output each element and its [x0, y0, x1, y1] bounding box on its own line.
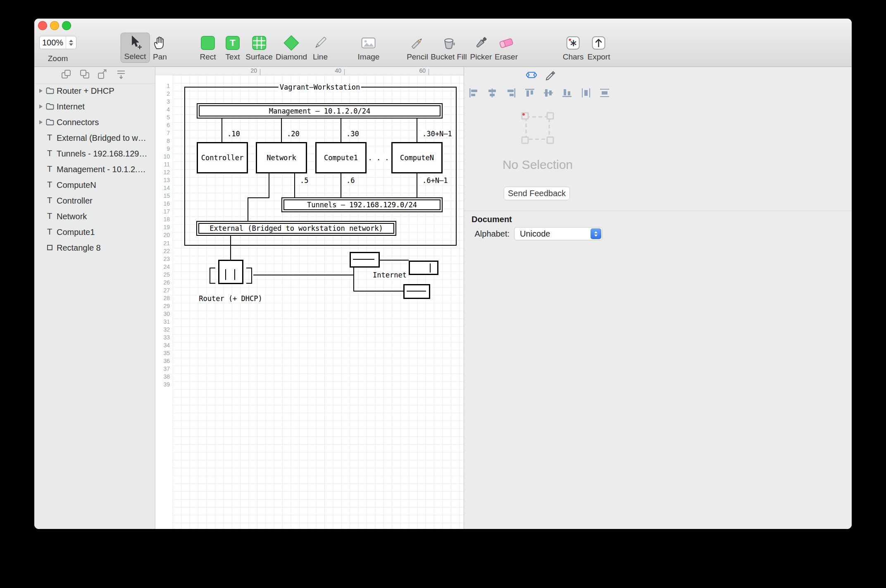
connector-line[interactable]	[248, 197, 269, 198]
alphabet-popup[interactable]: Unicode	[514, 227, 603, 240]
layer-row-rectangle8[interactable]: Rectangle 8	[34, 240, 155, 256]
connector-line[interactable]	[230, 236, 231, 260]
align-left-button[interactable]	[468, 87, 479, 99]
ip-label[interactable]: .30	[345, 130, 360, 138]
connector-line[interactable]	[417, 119, 417, 142]
internet-label[interactable]: Internet	[372, 271, 408, 279]
ip-label[interactable]: .20	[286, 130, 300, 138]
layer-row-network[interactable]: T Network	[34, 209, 155, 224]
align-center-horizontal-button[interactable]	[486, 87, 498, 99]
router-detail-line[interactable]	[225, 269, 226, 280]
node-computen[interactable]: ComputeN	[391, 142, 443, 173]
align-top-button[interactable]	[524, 87, 536, 99]
internet-detail-line[interactable]	[353, 259, 374, 260]
ip-label[interactable]: .5	[299, 177, 309, 184]
connector-line[interactable]	[281, 119, 282, 142]
connector-line[interactable]	[341, 119, 341, 142]
management-network-box[interactable]: Management — 10.1.2.0/24	[197, 103, 443, 119]
tool-chars[interactable]: Chars	[563, 34, 584, 62]
connector-line[interactable]	[380, 260, 409, 261]
connector-line[interactable]	[222, 119, 222, 142]
tool-diamond[interactable]: Diamond	[276, 34, 307, 62]
send-feedback-button[interactable]: Send Feedback	[504, 187, 570, 200]
tool-label: Rect	[200, 52, 216, 62]
align-right-button[interactable]	[505, 87, 517, 99]
vagrant-workstation-title[interactable]: Vagrant—Workstation	[279, 83, 361, 91]
node-network[interactable]: Network	[256, 142, 307, 173]
connector-line[interactable]	[353, 268, 354, 292]
tool-line[interactable]: Line	[311, 34, 329, 62]
ip-label[interactable]: .10	[226, 130, 241, 138]
close-button[interactable]	[38, 21, 47, 30]
router-shape[interactable]	[218, 260, 243, 284]
popup-chevrons-icon	[591, 228, 601, 239]
node-controller[interactable]: Controller	[197, 142, 248, 173]
router-bracket-line[interactable]	[210, 268, 210, 284]
internet-shape[interactable]	[409, 261, 438, 275]
external-network-box[interactable]: External (Bridged to workstation network…	[196, 221, 396, 236]
tool-select[interactable]: Select	[121, 33, 150, 63]
layer-row-computen[interactable]: T ComputeN	[34, 177, 155, 193]
ellipsis-label[interactable]: . . .	[367, 154, 390, 162]
tab-shape-inspector[interactable]	[525, 69, 538, 81]
disclosure-triangle[interactable]	[39, 89, 43, 93]
tool-text[interactable]: T Text	[224, 34, 242, 62]
layer-row-external[interactable]: T External (Bridged to w…	[34, 130, 155, 146]
tool-export[interactable]: Export	[588, 34, 610, 62]
tool-eraser[interactable]: Eraser	[495, 34, 518, 62]
internet-shape[interactable]	[403, 284, 430, 299]
internet-shape[interactable]	[350, 252, 380, 268]
layer-row-connectors[interactable]: Connectors	[34, 114, 155, 130]
ip-label[interactable]: .6	[345, 177, 355, 184]
connector-line[interactable]	[294, 173, 295, 197]
connector-line[interactable]	[269, 173, 269, 198]
layer-row-router-dhcp[interactable]: Router + DHCP	[34, 83, 155, 99]
distribute-vertical-button[interactable]	[599, 87, 610, 99]
layers-sidebar: Router + DHCP Internet Connectors T Exte…	[34, 67, 155, 529]
zoom-stepper[interactable]	[66, 36, 76, 49]
router-bracket-line[interactable]	[246, 283, 252, 284]
connector-line[interactable]	[353, 291, 403, 292]
router-label[interactable]: Router (+ DHCP)	[198, 294, 264, 303]
layer-row-internet[interactable]: Internet	[34, 99, 155, 114]
layer-row-compute1[interactable]: T Compute1	[34, 224, 155, 240]
zoom-control[interactable]: 100%	[39, 36, 76, 49]
connector-line[interactable]	[341, 173, 341, 197]
tool-image[interactable]: Image	[358, 34, 380, 62]
router-bracket-line[interactable]	[246, 268, 252, 268]
disclosure-triangle[interactable]	[39, 120, 43, 124]
bring-forward-button[interactable]	[97, 69, 108, 80]
connector-line[interactable]	[248, 197, 248, 221]
ip-label[interactable]: .30+N–1	[422, 130, 453, 138]
distribute-horizontal-button[interactable]	[580, 87, 592, 99]
align-center-vertical-button[interactable]	[543, 87, 554, 99]
tool-pan[interactable]: Pan	[151, 34, 169, 62]
tunnels-network-box[interactable]: Tunnels — 192.168.129.0/24	[281, 197, 443, 212]
internet-detail-line[interactable]	[430, 263, 431, 273]
tool-pencil[interactable]: Pencil	[407, 34, 428, 62]
layer-row-controller[interactable]: T Controller	[34, 193, 155, 209]
minimize-button[interactable]	[50, 21, 59, 30]
tool-bucket-fill[interactable]: Bucket Fill	[431, 34, 467, 62]
tool-picker[interactable]: Picker	[470, 34, 492, 62]
connector-line[interactable]	[253, 275, 354, 275]
router-detail-line[interactable]	[234, 269, 235, 280]
align-bottom-button[interactable]	[561, 87, 573, 99]
ip-label[interactable]: .6+N–1	[422, 177, 448, 184]
router-bracket-line[interactable]	[210, 283, 215, 284]
ungroup-button[interactable]	[79, 69, 90, 80]
tab-style-inspector[interactable]	[544, 69, 556, 81]
router-bracket-line[interactable]	[251, 268, 252, 284]
router-bracket-line[interactable]	[210, 268, 215, 268]
connector-line[interactable]	[417, 173, 417, 197]
layer-row-management[interactable]: T Management - 10.1.2.…	[34, 161, 155, 177]
layer-row-tunnels[interactable]: T Tunnels - 192.168.129…	[34, 146, 155, 161]
send-backward-button[interactable]	[116, 69, 126, 80]
disclosure-triangle[interactable]	[39, 104, 43, 109]
tool-rect[interactable]: Rect	[199, 34, 217, 62]
fullscreen-button[interactable]	[62, 21, 71, 30]
internet-detail-line[interactable]	[407, 291, 426, 292]
tool-surface[interactable]: Surface	[245, 34, 272, 62]
group-button[interactable]	[61, 69, 71, 80]
node-compute1[interactable]: Compute1	[315, 142, 367, 173]
